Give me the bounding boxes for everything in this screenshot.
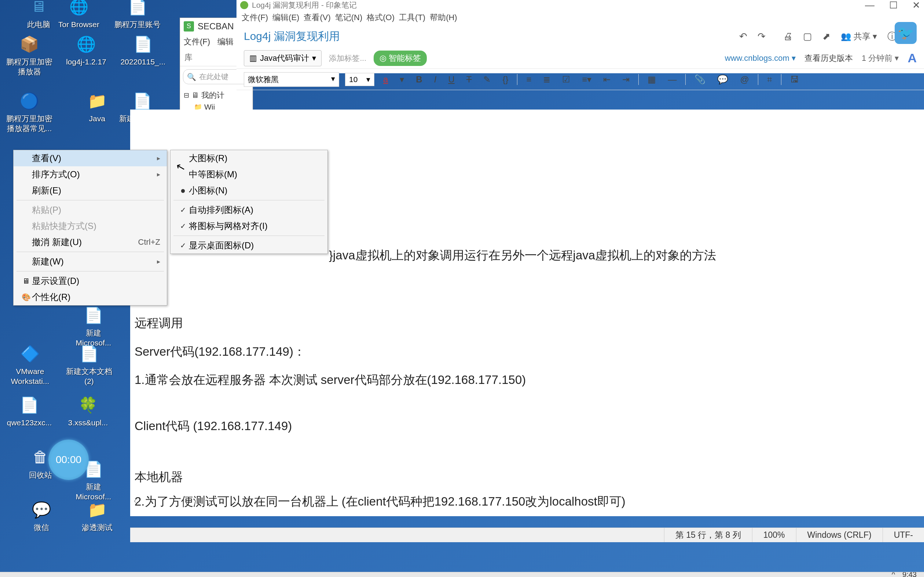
checkbox-button[interactable]: ☑: [559, 73, 573, 86]
code-button[interactable]: {}: [499, 73, 511, 86]
desktop-icon-java[interactable]: 📁Java: [71, 90, 123, 124]
number-list-button[interactable]: ≣: [540, 73, 553, 86]
menu-view[interactable]: 查看(V): [304, 12, 330, 23]
chevron-right-icon: ▸: [157, 258, 160, 266]
comment-button[interactable]: 💬: [714, 73, 731, 86]
desktop-icon-wechat[interactable]: 💬微信: [16, 499, 67, 532]
separator: [685, 74, 686, 85]
desktop-icon-date[interactable]: 📄20220115_...: [117, 33, 169, 67]
desktop-icon-vmware[interactable]: 🔷VMware Workstati...: [5, 343, 56, 387]
hr-button[interactable]: —: [665, 73, 679, 86]
indent-button[interactable]: ⇥: [619, 73, 633, 86]
minimize-button[interactable]: —: [865, 0, 874, 11]
close-button[interactable]: ✕: [912, 0, 920, 11]
bullet-icon: ●: [177, 185, 189, 196]
desktop-icon-account[interactable]: 📄鹏程万里账号: [112, 0, 163, 29]
add-tag-input[interactable]: 添加标签...: [329, 53, 366, 63]
evernote-titlebar[interactable]: Log4j 漏洞复现利用 - 印象笔记 — ☐ ✕: [236, 0, 924, 10]
menu-display-settings[interactable]: 🖥显示设置(D): [14, 273, 167, 289]
menu-note[interactable]: 笔记(N): [335, 12, 363, 23]
menu-item-label: 刷新(E): [32, 185, 160, 197]
save-button[interactable]: 🖫: [787, 73, 802, 86]
taskbar-clock[interactable]: 9:43: [902, 572, 917, 577]
desktop-icon-player1[interactable]: 📦鹏程万里加密 播放器: [4, 33, 55, 77]
menu-personalize[interactable]: 🎨个性化(R): [14, 289, 167, 305]
source-url-link[interactable]: www.cnblogs.com ▾: [725, 53, 796, 63]
evernote-window-title: Log4j 漏洞复现利用 - 印象笔记: [252, 0, 865, 10]
menu-item-label: 小图标(N): [189, 185, 321, 197]
smart-tag-button[interactable]: ◎智能标签: [374, 50, 427, 66]
share-label: 共享: [854, 31, 871, 42]
outdent-button[interactable]: ⇤: [600, 73, 614, 86]
print-icon[interactable]: 🖨: [783, 31, 793, 42]
font-size-select[interactable]: 10 ▾: [345, 73, 374, 86]
separator: [517, 74, 517, 85]
menu-tools[interactable]: 工具(T): [399, 12, 425, 23]
submenu-small-icons[interactable]: ●小图标(N): [171, 182, 328, 198]
note-title[interactable]: Log4j 漏洞复现利用: [244, 29, 739, 44]
at-button[interactable]: @: [737, 73, 752, 86]
font-name-select[interactable]: 微软雅黑 ▾: [244, 72, 339, 87]
menu-file[interactable]: 文件(F): [242, 12, 268, 23]
chevron-down-icon: ▾: [331, 74, 335, 83]
redo-icon[interactable]: ↷: [758, 31, 766, 42]
highlight-button[interactable]: ✎: [480, 73, 494, 86]
menu-edit[interactable]: 编辑(E): [273, 12, 299, 23]
strikethrough-button[interactable]: T: [464, 73, 475, 86]
submenu-align-grid[interactable]: ✓将图标与网格对齐(I): [171, 218, 328, 234]
table-button[interactable]: ▦: [645, 73, 659, 86]
grid-button[interactable]: ⌗: [764, 73, 775, 86]
smart-tag-label: 智能标签: [389, 53, 421, 64]
chevron-down-icon[interactable]: ▾: [397, 73, 407, 86]
desktop-icon-xss[interactable]: 🍀3.xss&upl...: [62, 394, 114, 427]
menu-item-label: 显示设置(D): [32, 275, 160, 287]
taskbar[interactable]: ^ 9:43: [0, 572, 924, 577]
menu-refresh[interactable]: 刷新(E): [14, 182, 167, 198]
recording-badge[interactable]: 00:00: [48, 440, 89, 480]
submenu-auto-arrange[interactable]: ✓自动排列图标(A): [171, 202, 328, 218]
tray-chevron-icon[interactable]: ^: [892, 572, 895, 577]
submenu-show-desktop-icons[interactable]: ✓显示桌面图标(D): [171, 237, 328, 253]
bullet-list-button[interactable]: ≡: [523, 73, 534, 86]
desktop-icon-pentest[interactable]: 📁渗透测试: [71, 499, 123, 532]
desktop-icon-msoffice[interactable]: 📄新建 Microsof...: [68, 304, 119, 348]
undo-icon[interactable]: ↶: [739, 31, 747, 42]
font-color-button[interactable]: a: [380, 73, 391, 86]
submenu-large-icons[interactable]: 大图标(R): [171, 150, 328, 166]
desktop-icon-tor[interactable]: 🌐Tor Browser: [53, 0, 105, 29]
font-style-icon[interactable]: A: [908, 51, 917, 65]
desktop-icon-player2[interactable]: 🔵鹏程万里加密 播放器常见...: [4, 90, 55, 134]
menu-help[interactable]: 帮助(H): [430, 12, 457, 23]
secband-menu-edit[interactable]: 编辑: [217, 36, 234, 47]
share-button[interactable]: 👥共享▾: [841, 31, 877, 42]
history-link[interactable]: 查看历史版本: [804, 53, 853, 64]
menu-undo[interactable]: 撤消 新建(U)Ctrl+Z: [14, 234, 167, 250]
desktop-icon-qwe[interactable]: 📄qwe123zxc...: [4, 394, 55, 427]
menu-new[interactable]: 新建(W)▸: [14, 253, 167, 270]
attach-button[interactable]: 📎: [691, 73, 708, 86]
thunder-app-icon[interactable]: 🐦: [895, 22, 917, 44]
italic-button[interactable]: I: [431, 73, 439, 86]
menu-format[interactable]: 格式(O): [367, 12, 394, 23]
personalize-icon: 🎨: [20, 293, 32, 301]
present-icon[interactable]: ▢: [803, 31, 812, 42]
bold-button[interactable]: B: [413, 73, 425, 86]
evernote-toolbar-tags: ▥Java代码审计▾ 添加标签... ◎智能标签 www.cnblogs.com…: [236, 48, 924, 69]
secband-logo-icon: S: [184, 21, 194, 32]
menu-sort[interactable]: 排序方式(O)▸: [14, 166, 167, 182]
scroll-left-icon[interactable]: ‹: [134, 494, 136, 507]
desktop-icon-newtxt2[interactable]: 📄新建文本文档 (2): [63, 343, 115, 387]
underline-button[interactable]: U: [445, 73, 457, 86]
notebook-tag-button[interactable]: ▥Java代码审计▾: [244, 50, 321, 66]
menu-view[interactable]: 查看(V)▸: [14, 150, 167, 166]
share-icon[interactable]: ⬈: [822, 31, 830, 42]
maximize-button[interactable]: ☐: [889, 0, 898, 11]
time-ago-label[interactable]: 1 分钟前 ▾: [862, 53, 899, 64]
align-button[interactable]: ≡▾: [579, 73, 594, 86]
submenu-medium-icons[interactable]: 中等图标(M): [171, 166, 328, 182]
menu-item-label: 粘贴(P): [32, 204, 160, 216]
tree-item-root[interactable]: ⊟🖥我的计: [184, 89, 249, 102]
desktop-icon-log4j[interactable]: 🌐log4j-1.2.17: [60, 33, 112, 67]
check-icon: ✓: [177, 222, 189, 230]
secband-menu-file[interactable]: 文件(F): [184, 36, 210, 47]
